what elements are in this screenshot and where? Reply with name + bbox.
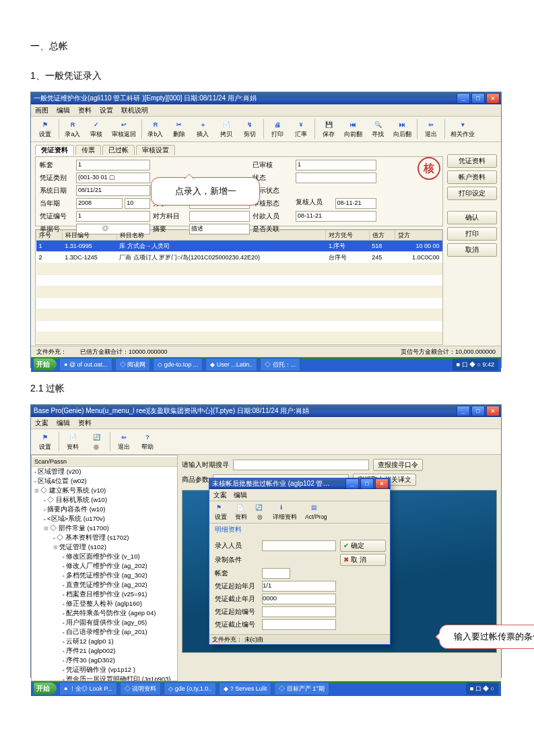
tree-node[interactable]: 凭证明确作业 (vp1p12 )	[63, 665, 177, 674]
close-button[interactable]: ×	[486, 406, 500, 416]
input-reviewer[interactable]: 08-11-21	[335, 198, 377, 209]
inp-end-ym[interactable]: 0000	[262, 594, 336, 604]
search-input-1[interactable]	[233, 460, 369, 470]
toolbar-cut[interactable]: ↯剪切	[238, 118, 261, 140]
side-btn-account[interactable]: 帐户资料	[447, 170, 497, 184]
taskbar-item[interactable]: ◇ 阅读网	[115, 358, 151, 371]
menu-item[interactable]: 资料	[78, 106, 92, 115]
tab-audit-set[interactable]: 审核设置	[136, 145, 175, 155]
tree-node[interactable]: 自己语录维护作业 (ap_201)	[63, 627, 177, 637]
toolbar-prev[interactable]: ⏮向前翻	[341, 118, 366, 140]
dialog-menu-item[interactable]: 文案	[213, 491, 227, 499]
toolbar-insert[interactable]: ＋插入	[191, 118, 214, 140]
input-voucher-type[interactable]: (001-30 01 ▢	[76, 172, 150, 183]
side-btn-print-set[interactable]: 打印设定	[447, 187, 497, 200]
tab-posted[interactable]: 已过帐	[102, 145, 135, 155]
input-sys-date[interactable]: 08/11/21	[76, 185, 150, 196]
tab-voucher[interactable]: 凭证资料	[35, 145, 74, 155]
tree-node[interactable]: 摘要内容条件 (w10)	[44, 505, 177, 514]
taskbar-item[interactable]: ● @ of out.oat...	[59, 358, 112, 371]
taskbar-item[interactable]: ◇ gde (o,ty,1.0..	[164, 682, 216, 695]
dlg-tb-refresh[interactable]: 🔄◎	[253, 503, 267, 522]
start-button[interactable]: 开始	[34, 358, 57, 371]
toolbar-print[interactable]: 🖨打印	[266, 118, 289, 140]
side-btn-print[interactable]: 打印	[447, 227, 497, 241]
inp-end-no[interactable]	[262, 619, 336, 630]
input-summary[interactable]: 描述	[189, 224, 250, 234]
menu-item[interactable]: 联机说明	[121, 106, 148, 115]
dialog-minimize[interactable]: _	[345, 478, 359, 489]
input-voucher-no[interactable]: 1	[76, 211, 150, 222]
btn-search-pass[interactable]: 查报搜寻口令	[373, 459, 423, 471]
toolbar-related[interactable]: ▾相关作业	[447, 118, 478, 140]
toolbar-next[interactable]: ⏭向后翻	[390, 118, 415, 140]
toolbar-rate[interactable]: ¥汇率	[290, 118, 312, 140]
maximize-button[interactable]: □	[471, 406, 485, 416]
dlg-tb-settings[interactable]: ⚑设置	[212, 503, 230, 522]
dialog-cancel-button[interactable]: ✖取 消	[340, 554, 386, 566]
minimize-button[interactable]: _	[457, 93, 470, 104]
toolbar2-settings[interactable]: ⚑设置	[34, 431, 57, 453]
menu-item[interactable]: 编辑	[57, 419, 70, 427]
taskbar-item[interactable]: ◆ User ...Latin..	[205, 358, 257, 371]
toolbar-find[interactable]: 🔍寻找	[366, 118, 389, 140]
tree-node[interactable]: 直查凭证维护作业 (ag_202)	[63, 580, 177, 590]
taskbar-item[interactable]: ◇ 目标产产 1°期	[274, 682, 329, 695]
toolbar-audit[interactable]: ✓审核	[85, 118, 108, 140]
taskbar-item[interactable]: ◆ ? Serves Lulit	[219, 682, 271, 695]
tree-node[interactable]: ◇ 部件常量 (s1700)◇ 基本资料管理 (s1702)凭证管理 (s102…	[44, 524, 177, 681]
input-audit-date2[interactable]: 08-11-21	[296, 211, 376, 222]
toolbar-audit-back[interactable]: ↩审核返回	[108, 118, 139, 140]
tree-node[interactable]: 多档凭证维护作业 (ag_302)	[63, 571, 177, 580]
toolbar-exit[interactable]: ⇦退出	[420, 118, 442, 140]
maximize-button[interactable]: □	[471, 93, 485, 104]
tab-ticket[interactable]: 传票	[75, 145, 101, 155]
tree-node[interactable]: ◇ 基本资料管理 (s1702)	[53, 533, 177, 542]
system-tray[interactable]: ■ 口 ◆ ○ 9:42	[453, 358, 498, 371]
tree-node[interactable]: ◇ 目标机系统 (w10)	[44, 495, 177, 505]
tree-node[interactable]: 用户固有提供作业 (agy_05)	[63, 618, 177, 627]
tree-node[interactable]: 序件30 (agD302)	[63, 656, 177, 665]
minimize-button[interactable]: _	[457, 406, 470, 416]
tree-node[interactable]: 区域管理 (v20)	[34, 467, 177, 476]
dlg-tb-actprog[interactable]: ▤Act/Prog	[302, 503, 330, 522]
dlg-tb-detail[interactable]: ℹ详细资料	[270, 503, 300, 522]
toolbar2-data[interactable]: 📄资料	[61, 431, 84, 453]
input-audited[interactable]: 1	[296, 160, 376, 170]
taskbar-item[interactable]: ◇ 信托：...	[260, 358, 300, 371]
toolbar-copy[interactable]: 📄拷贝	[215, 118, 238, 140]
side-btn-voucher[interactable]: 凭证资料	[447, 154, 497, 168]
tree-node[interactable]: 云研12 (aglp0 1)	[63, 637, 177, 646]
start-button-2[interactable]: 开始	[34, 683, 57, 695]
dlg-tb-data[interactable]: 📄资料	[232, 503, 250, 522]
tree-node[interactable]: ◇ 建立帐号系统 (v10)◇ 目标机系统 (w10)摘要内容条件 (w10)<…	[34, 486, 177, 681]
toolbar-delete[interactable]: ✂删除	[168, 118, 191, 140]
tree-node[interactable]: 资金历一居设置明确打印 (Jg1p903)	[63, 674, 177, 681]
menu-item[interactable]: 资料	[78, 419, 92, 427]
toolbar-input-b[interactable]: R录b入	[144, 118, 167, 140]
dialog-close[interactable]: ×	[375, 478, 389, 489]
grid-row[interactable]: 21.3DC-1245厂商 点项订人 罗罗门○/岛(1201C025000230…	[36, 252, 442, 263]
input-status[interactable]	[296, 172, 376, 183]
inp-start-no[interactable]	[262, 606, 336, 617]
tree-node[interactable]: 修改人厂维护作业 (ag_202)	[63, 561, 177, 571]
side-btn-confirm[interactable]: 确认	[447, 211, 497, 224]
grid-row-selected[interactable]: 11.31-0995库 方式会→人类司 1.序号51810 00 00	[36, 241, 442, 252]
inp-ledger[interactable]	[262, 568, 290, 579]
input-counter[interactable]	[189, 211, 250, 222]
toolbar-save[interactable]: 💾保存	[317, 118, 340, 140]
input-ledger[interactable]: 1	[76, 160, 150, 170]
side-btn-cancel[interactable]: 取消	[447, 243, 497, 257]
dialog-menu-item[interactable]: 编辑	[234, 491, 247, 499]
tree-node[interactable]: 档案查目维护作业 (v25=91)	[63, 590, 177, 599]
taskbar-item[interactable]: ◇ gde-to.top ...	[153, 358, 203, 371]
tree-node[interactable]: <区域>系统 (u170v)	[44, 514, 177, 524]
dialog-maximize[interactable]: □	[360, 478, 374, 489]
menu-item[interactable]: 设置	[100, 106, 113, 115]
menu-item[interactable]: 画图	[35, 106, 48, 115]
tree-node[interactable]: 修正登整人检补 (aglp160)	[63, 599, 177, 608]
dialog-ok-button[interactable]: ✔确定	[340, 540, 386, 552]
toolbar2-exit[interactable]: ⇦退出	[112, 431, 135, 453]
toolbar2-help[interactable]: ?帮助	[136, 431, 159, 453]
entry-grid[interactable]: 序号科目编号科目名称 对方凭号借方贷方 11.31-0995库 方式会→人类司 …	[35, 229, 443, 345]
